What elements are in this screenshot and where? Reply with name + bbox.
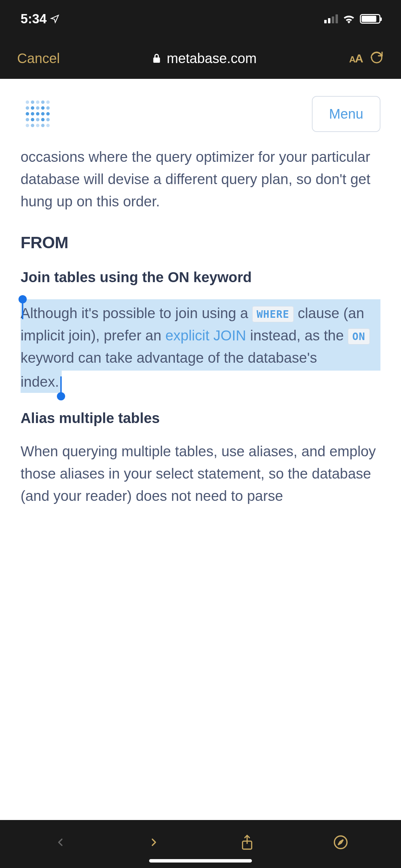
cancel-button[interactable]: Cancel bbox=[17, 51, 60, 66]
svg-point-19 bbox=[46, 118, 50, 121]
svg-point-23 bbox=[41, 124, 45, 127]
compass-button[interactable] bbox=[330, 835, 351, 850]
svg-point-22 bbox=[36, 124, 39, 127]
reader-text-size-button[interactable]: AA bbox=[349, 52, 363, 65]
browser-toolbar bbox=[0, 820, 401, 868]
web-page-content[interactable]: Menu occasions where the query optimizer… bbox=[0, 79, 401, 820]
svg-point-10 bbox=[26, 112, 29, 116]
selected-text-block[interactable]: Although it's possible to join using a W… bbox=[21, 299, 380, 393]
svg-point-0 bbox=[26, 100, 29, 104]
forward-button[interactable] bbox=[144, 835, 164, 850]
heading-from: FROM bbox=[21, 233, 380, 252]
site-header: Menu bbox=[0, 79, 401, 146]
svg-point-3 bbox=[41, 100, 45, 104]
url-domain: metabase.com bbox=[167, 51, 256, 66]
svg-point-20 bbox=[26, 124, 29, 127]
svg-point-17 bbox=[36, 118, 39, 121]
battery-icon bbox=[360, 14, 380, 24]
code-on: ON bbox=[348, 328, 370, 345]
clock-time: 5:34 bbox=[21, 12, 47, 26]
status-icons bbox=[324, 14, 380, 24]
menu-button[interactable]: Menu bbox=[312, 96, 380, 132]
metabase-logo[interactable] bbox=[21, 97, 55, 131]
heading-join-on: Join tables using the ON keyword bbox=[21, 269, 380, 286]
svg-point-7 bbox=[36, 106, 39, 110]
svg-point-18 bbox=[41, 118, 45, 121]
svg-point-4 bbox=[46, 100, 50, 104]
svg-point-9 bbox=[46, 106, 50, 110]
svg-point-16 bbox=[31, 118, 34, 121]
svg-point-6 bbox=[31, 106, 34, 110]
status-time: 5:34 bbox=[21, 12, 60, 26]
code-where: WHERE bbox=[252, 306, 294, 322]
svg-point-14 bbox=[46, 112, 50, 116]
svg-point-8 bbox=[41, 106, 45, 110]
lock-icon bbox=[152, 53, 161, 64]
cellular-signal-icon bbox=[324, 14, 338, 23]
svg-point-21 bbox=[31, 124, 34, 127]
selection-last-line: index. bbox=[21, 371, 62, 393]
browser-chrome: Cancel metabase.com AA bbox=[0, 38, 401, 79]
article-body: occasions where the query optimizer for … bbox=[0, 146, 401, 507]
svg-point-5 bbox=[26, 106, 29, 110]
back-button[interactable] bbox=[50, 835, 71, 850]
reload-button[interactable] bbox=[369, 50, 384, 66]
status-bar: 5:34 bbox=[0, 0, 401, 38]
link-explicit-join[interactable]: explicit JOIN bbox=[165, 327, 246, 343]
selection-highlight: Although it's possible to join using a W… bbox=[21, 299, 380, 370]
svg-point-1 bbox=[31, 100, 34, 104]
svg-point-15 bbox=[26, 118, 29, 121]
svg-point-11 bbox=[31, 112, 34, 116]
svg-marker-27 bbox=[338, 840, 343, 845]
svg-point-2 bbox=[36, 100, 39, 104]
address-bar[interactable]: metabase.com bbox=[67, 51, 342, 66]
selection-handle-end[interactable] bbox=[57, 392, 65, 400]
location-arrow-icon bbox=[50, 14, 60, 24]
svg-point-12 bbox=[36, 112, 39, 116]
wifi-icon bbox=[343, 14, 355, 24]
svg-point-13 bbox=[41, 112, 45, 116]
svg-point-24 bbox=[46, 124, 50, 127]
paragraph-intro-fragment: occasions where the query optimizer for … bbox=[21, 146, 380, 213]
home-indicator[interactable] bbox=[149, 859, 252, 863]
heading-alias-tables: Alias multiple tables bbox=[21, 410, 380, 426]
share-button[interactable] bbox=[237, 834, 257, 851]
paragraph-alias: When querying multiple tables, use alias… bbox=[21, 440, 380, 507]
